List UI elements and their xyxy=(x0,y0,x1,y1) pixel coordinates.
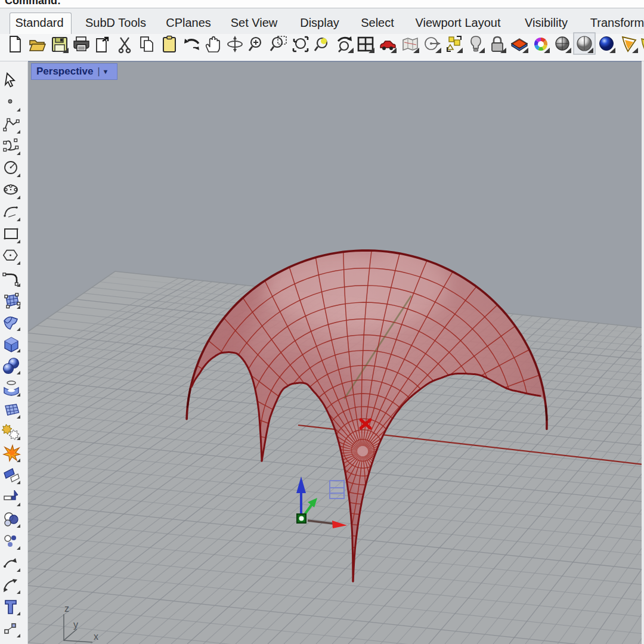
svg-text:x: x xyxy=(94,631,98,642)
svg-text:y: y xyxy=(73,620,78,630)
svg-text:z: z xyxy=(64,603,69,614)
